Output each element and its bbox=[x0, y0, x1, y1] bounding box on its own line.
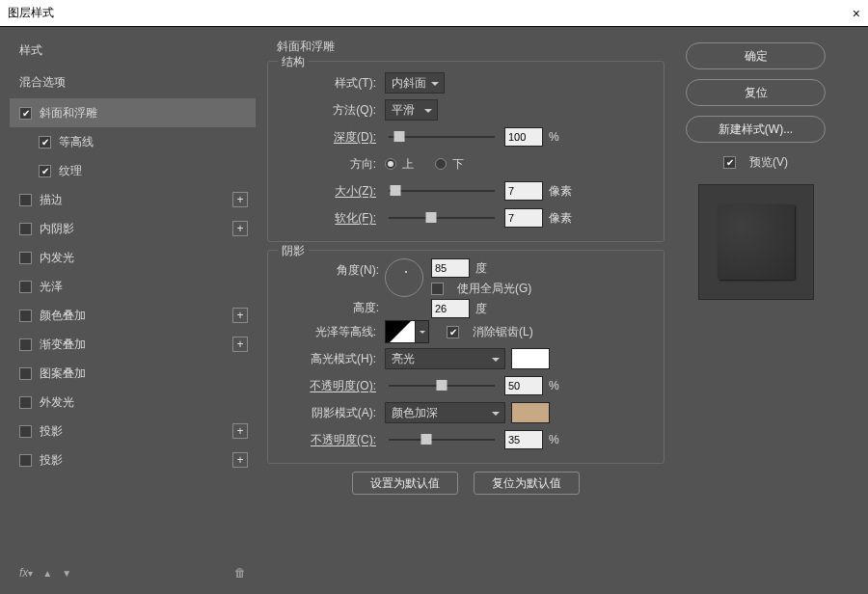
checkbox-inner-shadow[interactable] bbox=[19, 223, 32, 235]
titlebar: 图层样式 × bbox=[0, 0, 868, 27]
styles-header[interactable]: 样式 bbox=[10, 35, 256, 67]
effects-footer: fx▾ ▲ ▼ 🗑 bbox=[10, 559, 256, 586]
preview-checkbox[interactable] bbox=[723, 156, 736, 169]
panel-title: 斜面和浮雕 bbox=[267, 35, 665, 57]
item-label: 描边 bbox=[40, 192, 63, 208]
reset-default-button[interactable]: 复位为默认值 bbox=[474, 472, 580, 495]
shadow-opacity-input[interactable]: 35 bbox=[504, 430, 543, 449]
unit: 度 bbox=[475, 260, 502, 277]
highlight-opacity-label: 不透明度(O): bbox=[278, 378, 379, 394]
item-stroke[interactable]: 描边 + bbox=[10, 185, 256, 214]
fx-menu[interactable]: fx▾ bbox=[19, 566, 33, 580]
size-input[interactable]: 7 bbox=[504, 181, 543, 201]
checkbox-texture[interactable] bbox=[39, 165, 51, 177]
item-outer-glow[interactable]: 外发光 bbox=[10, 388, 256, 417]
angle-label: 角度(N): bbox=[278, 262, 379, 279]
plus-icon[interactable]: + bbox=[232, 423, 248, 439]
shadow-color-swatch[interactable] bbox=[511, 402, 550, 423]
checkbox-stroke[interactable] bbox=[19, 194, 32, 206]
plus-icon[interactable]: + bbox=[232, 337, 248, 352]
size-slider[interactable] bbox=[389, 190, 495, 192]
effects-panel: 样式 混合选项 斜面和浮雕 等高线 纹理 描边 + 内阴影 bbox=[10, 35, 256, 586]
item-color-overlay[interactable]: 颜色叠加 + bbox=[10, 301, 256, 330]
dialog-body: 样式 混合选项 斜面和浮雕 等高线 纹理 描边 + 内阴影 bbox=[0, 27, 868, 594]
depth-label: 深度(D): bbox=[278, 129, 379, 146]
unit: % bbox=[549, 130, 576, 144]
checkbox-bevel[interactable] bbox=[19, 107, 32, 120]
ok-button[interactable]: 确定 bbox=[686, 42, 826, 69]
checkbox-drop-shadow[interactable] bbox=[19, 425, 32, 438]
technique-select[interactable]: 平滑 bbox=[385, 99, 438, 121]
soften-slider[interactable] bbox=[389, 217, 495, 219]
item-satin[interactable]: 光泽 bbox=[10, 272, 256, 301]
highlight-mode-select[interactable]: 亮光 bbox=[385, 348, 505, 369]
item-texture[interactable]: 纹理 bbox=[10, 156, 256, 185]
antialiased-checkbox[interactable] bbox=[447, 326, 459, 338]
legend: 结构 bbox=[278, 54, 309, 70]
plus-icon[interactable]: + bbox=[232, 192, 248, 207]
highlight-opacity-slider[interactable] bbox=[389, 385, 495, 387]
item-gradient-overlay[interactable]: 渐变叠加 + bbox=[10, 330, 256, 359]
depth-input[interactable]: 100 bbox=[504, 127, 543, 147]
checkbox-inner-glow[interactable] bbox=[19, 252, 32, 264]
new-style-button[interactable]: 新建样式(W)... bbox=[686, 116, 826, 143]
item-pattern-overlay[interactable]: 图案叠加 bbox=[10, 359, 256, 388]
highlight-color-swatch[interactable] bbox=[511, 348, 550, 369]
item-bevel-emboss[interactable]: 斜面和浮雕 bbox=[10, 98, 256, 127]
global-light-checkbox[interactable] bbox=[431, 283, 444, 295]
plus-icon[interactable]: + bbox=[232, 308, 248, 323]
gloss-contour-picker[interactable] bbox=[416, 320, 429, 343]
direction-down-radio[interactable] bbox=[435, 158, 447, 170]
item-label: 颜色叠加 bbox=[40, 308, 86, 324]
shadow-mode-label: 阴影模式(A): bbox=[278, 405, 379, 421]
shadow-mode-select[interactable]: 颜色加深 bbox=[385, 402, 505, 423]
item-inner-shadow[interactable]: 内阴影 + bbox=[10, 214, 256, 243]
structure-group: 结构 样式(T): 内斜面 方法(Q): 平滑 深度(D): 100 % 方向:… bbox=[267, 61, 665, 242]
unit: 度 bbox=[475, 301, 502, 317]
item-label: 渐变叠加 bbox=[40, 337, 86, 353]
checkbox-gradient-overlay[interactable] bbox=[19, 338, 32, 351]
item-label: 投影 bbox=[40, 423, 63, 440]
checkbox-drop-shadow[interactable] bbox=[19, 454, 32, 467]
item-label: 等高线 bbox=[59, 134, 94, 150]
style-label: 样式(T): bbox=[278, 75, 379, 92]
preview-label: 预览(V) bbox=[749, 154, 788, 171]
antialiased-label: 消除锯齿(L) bbox=[473, 324, 533, 340]
depth-slider[interactable] bbox=[389, 136, 495, 138]
checkbox-color-overlay[interactable] bbox=[19, 310, 32, 322]
item-drop-shadow-2[interactable]: 投影 + bbox=[10, 446, 256, 474]
window-title: 图层样式 bbox=[8, 5, 54, 21]
item-drop-shadow-1[interactable]: 投影 + bbox=[10, 417, 256, 446]
item-contour[interactable]: 等高线 bbox=[10, 127, 256, 156]
trash-icon[interactable]: 🗑 bbox=[234, 566, 246, 580]
checkbox-outer-glow[interactable] bbox=[19, 396, 32, 409]
angle-input[interactable]: 85 bbox=[431, 258, 470, 278]
make-default-button[interactable]: 设置为默认值 bbox=[352, 472, 458, 495]
preview-inner bbox=[718, 204, 795, 280]
shadow-opacity-slider[interactable] bbox=[389, 439, 495, 441]
style-select[interactable]: 内斜面 bbox=[385, 72, 445, 94]
altitude-input[interactable]: 26 bbox=[431, 299, 470, 318]
move-up-icon[interactable]: ▲ bbox=[42, 568, 52, 579]
settings-panel: 斜面和浮雕 结构 样式(T): 内斜面 方法(Q): 平滑 深度(D): 100… bbox=[263, 35, 668, 586]
checkbox-satin[interactable] bbox=[19, 281, 32, 293]
cancel-button[interactable]: 复位 bbox=[686, 79, 826, 106]
checkbox-contour[interactable] bbox=[39, 136, 51, 148]
plus-icon[interactable]: + bbox=[232, 221, 248, 236]
direction-up-radio[interactable] bbox=[385, 158, 396, 170]
blend-options[interactable]: 混合选项 bbox=[10, 67, 256, 98]
highlight-opacity-input[interactable]: 50 bbox=[504, 376, 543, 395]
close-icon[interactable]: × bbox=[853, 6, 860, 21]
gloss-contour-swatch[interactable] bbox=[385, 320, 416, 343]
unit: 像素 bbox=[549, 210, 576, 227]
soften-input[interactable]: 7 bbox=[504, 208, 543, 228]
direction-label: 方向: bbox=[278, 156, 379, 173]
checkbox-pattern-overlay[interactable] bbox=[19, 367, 32, 380]
item-inner-glow[interactable]: 内发光 bbox=[10, 243, 256, 272]
item-label: 光泽 bbox=[40, 279, 63, 295]
legend: 阴影 bbox=[278, 243, 309, 259]
plus-icon[interactable]: + bbox=[232, 452, 248, 468]
angle-dial[interactable] bbox=[385, 258, 423, 297]
soften-label: 软化(F): bbox=[278, 210, 379, 227]
move-down-icon[interactable]: ▼ bbox=[62, 568, 71, 579]
